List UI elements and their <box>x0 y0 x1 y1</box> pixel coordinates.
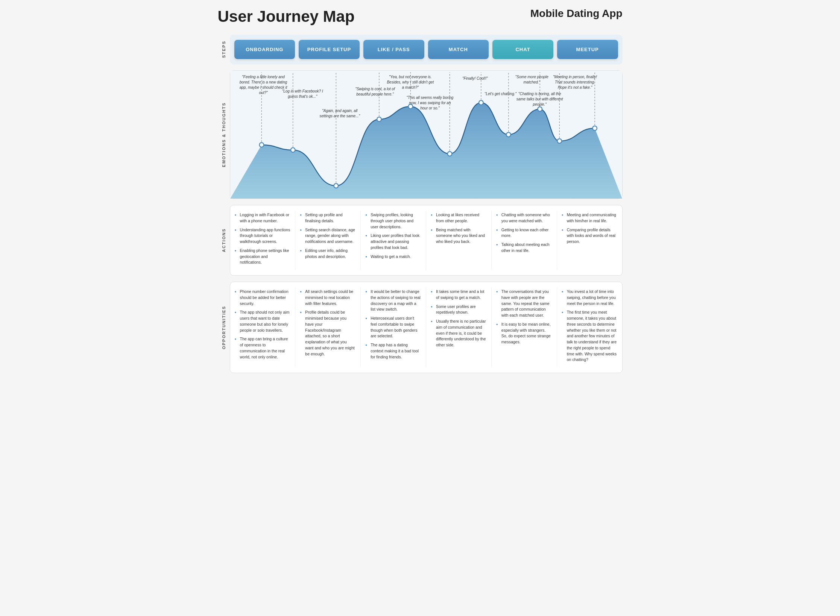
quote-q8: "Let's get chatting." <box>485 91 516 97</box>
list-item: Looking at likes received from other peo… <box>431 212 487 224</box>
page-header: User Journey Map Mobile Dating App <box>218 8 623 26</box>
data-col-3: Looking at likes received from other peo… <box>426 211 492 270</box>
svg-point-12 <box>447 152 452 156</box>
list-item: Phone number confirmation should be adde… <box>235 289 291 306</box>
step-btn-meetup[interactable]: MEETUP <box>557 40 618 59</box>
svg-point-4 <box>290 148 295 152</box>
step-btn-profile-setup[interactable]: PROFILE SETUP <box>299 40 360 59</box>
step-btn-onboarding[interactable]: ONBOARDING <box>234 40 295 59</box>
quote-q6: "This all seems really boring now, I was… <box>406 95 454 111</box>
list-item: Chatting with someone who you were match… <box>496 212 552 224</box>
svg-point-2 <box>259 143 264 147</box>
data-col-1: Setting up profile and finalising detail… <box>295 211 361 270</box>
data-col-5: You invest a lot of time into swiping, c… <box>557 287 622 367</box>
steps-section: STEPS ONBOARDINGPROFILE SETUPLIKE / PASS… <box>218 35 623 64</box>
opportunities-section: OPPORTUNITIES Phone number confirmation … <box>218 282 623 373</box>
list-item: Waiting to get a match. <box>365 254 421 260</box>
actions-content: Logging in with Facebook or with a phone… <box>230 205 623 276</box>
list-item: Enabling phone settings like geolocation… <box>235 248 291 266</box>
emotions-container: "Feeling a little lonely and bored. Ther… <box>230 70 623 199</box>
list-item: Understanding app functions through tuto… <box>235 227 291 245</box>
steps-label: STEPS <box>218 39 230 59</box>
quote-q7: "Finally! Cool!!" <box>462 76 488 81</box>
list-item: Setting up profile and finalising detail… <box>300 212 356 224</box>
quote-q3: "Again, and again, all settings are the … <box>315 108 364 119</box>
list-item: The first time you meet someone, it take… <box>562 310 618 363</box>
data-col-0: Phone number confirmation should be adde… <box>230 287 296 367</box>
page-title: User Journey Map <box>218 8 355 26</box>
svg-point-22 <box>592 126 597 130</box>
app-name: Mobile Dating App <box>530 8 623 20</box>
actions-label: ACTIONS <box>218 227 230 254</box>
data-col-1: All search settings could be minimised t… <box>295 287 361 367</box>
emotions-section: EMOTIONS & THOUGHTS "Feeling a little lo… <box>218 70 623 199</box>
list-item: The app can bring a culture of openness … <box>235 336 291 360</box>
svg-point-6 <box>334 184 338 188</box>
svg-point-14 <box>479 100 483 105</box>
emotions-label-wrapper: EMOTIONS & THOUGHTS <box>218 70 230 199</box>
list-item: Usually there is no particular aim of co… <box>431 319 487 348</box>
list-item: The app has a dating context making it a… <box>365 342 421 360</box>
list-item: Liking user profiles that look attractiv… <box>365 233 421 250</box>
data-col-0: Logging in with Facebook or with a phone… <box>230 211 296 270</box>
list-item: Comparing profile details with looks and… <box>562 227 618 245</box>
data-col-3: It takes some time and a lot of swiping … <box>426 287 492 367</box>
list-item: Logging in with Facebook or with a phone… <box>235 212 291 224</box>
list-item: Swiping profiles, looking through user p… <box>365 212 421 230</box>
opportunities-label: OPPORTUNITIES <box>218 304 230 351</box>
svg-point-20 <box>557 139 562 143</box>
data-col-2: Swiping profiles, looking through user p… <box>361 211 426 270</box>
steps-label-wrapper: STEPS <box>218 35 230 64</box>
list-item: Being matched with someone who you liked… <box>431 227 487 245</box>
data-col-5: Meeting and communicating with him/her i… <box>557 211 622 270</box>
list-item: The app should not only aim users that w… <box>235 310 291 333</box>
list-item: It is easy to be mean online, especially… <box>496 322 552 345</box>
svg-point-18 <box>538 107 542 111</box>
list-item: Meeting and communicating with him/her i… <box>562 212 618 224</box>
step-btn-like-pass[interactable]: LIKE / PASS <box>363 40 424 59</box>
quote-q2: "Log in with Facebook? I guess that's ok… <box>278 89 327 99</box>
actions-section: ACTIONS Logging in with Facebook or with… <box>218 205 623 276</box>
actions-label-wrapper: ACTIONS <box>218 205 230 276</box>
opportunities-label-wrapper: OPPORTUNITIES <box>218 282 230 373</box>
data-col-2: It would be better to change the actions… <box>361 287 426 367</box>
data-col-4: Chatting with someone who you were match… <box>492 211 557 270</box>
list-item: Profile details could be minimised becau… <box>300 310 356 357</box>
list-item: Some user profiles are repetitively show… <box>431 304 487 316</box>
data-col-4: The conversations that you have with peo… <box>492 287 557 367</box>
quote-q9: "Some more people matched." <box>507 74 556 85</box>
svg-point-8 <box>377 117 381 121</box>
chart-area: "Feeling a little lonely and bored. Ther… <box>230 71 622 199</box>
opportunities-content: Phone number confirmation should be adde… <box>230 282 623 373</box>
quote-q10: "Chatting is boring, all the same talks … <box>515 91 564 107</box>
list-item: Heterosexual users don't feel comfortabl… <box>365 316 421 339</box>
list-item: The conversations that you have with peo… <box>496 289 552 319</box>
list-item: All search settings could be minimised t… <box>300 289 356 306</box>
list-item: Editing user info, adding photos and des… <box>300 248 356 260</box>
emotions-label: EMOTIONS & THOUGHTS <box>218 101 230 168</box>
list-item: It would be better to change the actions… <box>365 289 421 313</box>
list-item: It takes some time and a lot of swiping … <box>431 289 487 301</box>
step-btn-chat[interactable]: CHAT <box>492 40 553 59</box>
list-item: Getting to know each other more. <box>496 227 552 239</box>
list-item: You invest a lot of time into swiping, c… <box>562 289 618 306</box>
svg-point-16 <box>506 132 511 137</box>
steps-container: ONBOARDINGPROFILE SETUPLIKE / PASSMATCHC… <box>230 35 623 64</box>
quote-q11: "Meeting in person, finally! That sounds… <box>551 74 598 90</box>
list-item: Setting search distance, age range, gend… <box>300 227 356 245</box>
step-btn-match[interactable]: MATCH <box>428 40 489 59</box>
quote-q5: "Yea, but not everyone is. Besides, why … <box>386 74 435 90</box>
list-item: Talking about meeting each other in real… <box>496 242 552 254</box>
